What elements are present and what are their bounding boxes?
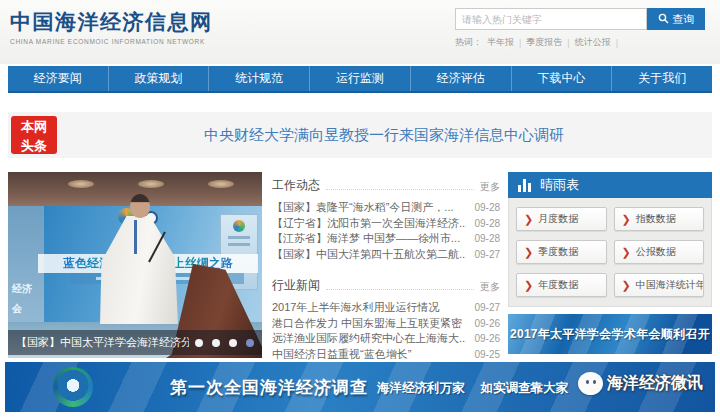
button-label: 公报数据 (636, 245, 676, 259)
news-date: 09-27 (474, 249, 500, 260)
carousel-dot-active[interactable] (246, 339, 254, 347)
button-label: 季度数据 (538, 245, 578, 259)
news-date: 09-25 (474, 349, 500, 360)
photo-speaker-head (130, 194, 150, 218)
dotted-leader (326, 189, 474, 190)
news-link[interactable]: 【国家】中国大洋第四十五航次第二航... (272, 247, 466, 262)
nav-item-economic-assessment[interactable]: 经济评估 (411, 66, 512, 91)
news-link[interactable]: 【江苏省】海洋梦 中国梦——徐州市... (272, 231, 466, 246)
news-link[interactable]: 远洋渔业国际履约研究中心在上海海大... (272, 331, 466, 346)
carousel-dot[interactable] (212, 339, 220, 347)
site-title: 中国海洋经济信息网 (10, 8, 213, 36)
hotword-link[interactable]: 半年报 (487, 36, 514, 49)
photo-light (208, 180, 234, 188)
news-row: 远洋渔业国际履约研究中心在上海海大... 09-26 (272, 331, 500, 347)
headline-link[interactable]: 中央财经大学满向昱教授一行来国家海洋信息中心调研 (68, 112, 700, 158)
news-link[interactable]: 中国经济日益重视“蓝色增长” (272, 347, 466, 362)
button-label: 中国海洋统计年鉴 (636, 278, 704, 292)
section-header: 行业新闻 更多 (272, 276, 500, 294)
button-bulletin-data[interactable]: 公报数据 (614, 240, 705, 264)
more-link[interactable]: 更多 (480, 180, 500, 194)
hotword-link[interactable]: 统计公报 (575, 36, 611, 49)
event-banner[interactable]: 2017年太平洋学会学术年会顺利召开 (508, 314, 712, 354)
news-link[interactable]: 【辽宁省】沈阳市第一次全国海洋经济... (272, 216, 466, 231)
search-input[interactable] (455, 8, 647, 30)
nav-item-economic-news[interactable]: 经济要闻 (8, 66, 109, 91)
carousel-dot[interactable] (195, 339, 203, 347)
nav-item-about-us[interactable]: 关于我们 (612, 66, 712, 91)
census-logo-icon (53, 367, 93, 407)
search-button[interactable]: 查询 (647, 8, 705, 30)
carousel-caption-link[interactable]: 【国家】中国太平洋学会海洋经济分会2017... (16, 335, 189, 350)
news-row: 【江苏省】海洋梦 中国梦——徐州市... 09-28 (272, 231, 500, 247)
hotword-link[interactable]: 季度报告 (526, 36, 562, 49)
button-label: 月度数据 (538, 212, 578, 226)
chevron-right-icon (524, 246, 533, 259)
button-monthly-data[interactable]: 月度数据 (516, 207, 607, 231)
nav-item-operation-monitoring[interactable]: 运行监测 (310, 66, 411, 91)
barometer-header: 晴雨表 (508, 172, 712, 198)
news-row: 中国经济日益重视“蓝色增长” 09-25 (272, 347, 500, 363)
dotted-leader (326, 289, 474, 290)
search-box: 查询 (455, 8, 705, 30)
news-link[interactable]: 2017年上半年海水利用业运行情况 (272, 300, 466, 315)
section-industry-news: 行业新闻 更多 2017年上半年海水利用业运行情况 09-27 港口合作发力 中… (272, 276, 500, 362)
nav-item-download-center[interactable]: 下载中心 (512, 66, 613, 91)
news-date: 09-26 (474, 318, 500, 329)
news-row: 【国家】中国大洋第四十五航次第二航... 09-27 (272, 247, 500, 263)
button-statistical-yearbook[interactable]: 中国海洋统计年鉴 (614, 273, 705, 297)
photo-text-fragment: 会 (12, 302, 22, 316)
more-link[interactable]: 更多 (480, 280, 500, 294)
divider: | (519, 38, 521, 48)
chevron-right-icon (524, 279, 533, 292)
carousel-caption-bar: 【国家】中国太平洋学会海洋经济分会2017... (8, 330, 262, 355)
census-slogan-2: 如实调查靠大家 (481, 380, 569, 397)
carousel-dot[interactable] (229, 339, 237, 347)
photo-text-fragment: 经济 (12, 282, 32, 296)
news-list: 2017年上半年海水利用业运行情况 09-27 港口合作发力 中国东盟海上互联更… (272, 300, 500, 362)
chevron-right-icon (622, 213, 631, 226)
census-banner[interactable]: 第一次全国海洋经济调查 海洋经济利万家 如实调查靠大家 海洋经济微讯 (5, 362, 715, 412)
barometer-title: 晴雨表 (540, 176, 579, 194)
button-label: 指数数据 (636, 212, 676, 226)
section-title: 行业新闻 (272, 277, 320, 294)
main-nav: 经济要闻 政策规划 统计规范 运行监测 经济评估 下载中心 关于我们 (8, 66, 712, 93)
headline-row: 本网 头条 中央财经大学满向昱教授一行来国家海洋信息中心调研 (8, 112, 712, 158)
site-logo: 中国海洋经济信息网 CHINA MARINE ECONMOIC INFORMAT… (10, 8, 213, 45)
nav-item-statistics-standards[interactable]: 统计规范 (209, 66, 310, 91)
button-label: 年度数据 (538, 278, 578, 292)
photo-light (138, 180, 164, 188)
news-date: 09-27 (474, 302, 500, 313)
news-date: 09-26 (474, 333, 500, 344)
census-title: 第一次全国海洋经济调查 (170, 376, 368, 399)
button-index-data[interactable]: 指数数据 (614, 207, 705, 231)
nav-item-policy-planning[interactable]: 政策规划 (109, 66, 210, 91)
headline-badge-top: 本网 (11, 117, 57, 136)
photo-speaker-lanyard (134, 220, 137, 254)
photo-logo-icon (233, 220, 245, 232)
hotwords-label: 热词： (455, 36, 482, 49)
wechat-watermark: 海洋经济微讯 (578, 372, 703, 395)
button-annual-data[interactable]: 年度数据 (516, 273, 607, 297)
news-date: 09-28 (474, 202, 500, 213)
chevron-right-icon (524, 213, 533, 226)
section-work-dynamics: 工作动态 更多 【国家】袁隆平“海水稻”今日测产，... 09-28 【辽宁省】… (272, 176, 500, 262)
news-row: 【辽宁省】沈阳市第一次全国海洋经济... 09-28 (272, 216, 500, 232)
census-slogans: 海洋经济利万家 如实调查靠大家 (377, 380, 568, 397)
divider: | (616, 38, 618, 48)
button-quarterly-data[interactable]: 季度数据 (516, 240, 607, 264)
news-carousel[interactable]: 经济 会 蓝色经济与21世纪海上丝绸之路 【国家】中国太平洋学会海洋经济分会20… (8, 172, 262, 358)
site-subtitle: CHINA MARINE ECONMOIC INFORMATION NETWOR… (10, 38, 213, 45)
news-date: 09-28 (474, 233, 500, 244)
search-icon (658, 13, 669, 26)
news-link[interactable]: 港口合作发力 中国东盟海上互联更紧密 (272, 316, 466, 331)
chevron-right-icon (622, 279, 631, 292)
hotwords-bar: 热词： 半年报| 季度报告| 统计公报| (455, 36, 623, 49)
news-row: 【国家】袁隆平“海水稻”今日测产，... 09-28 (272, 200, 500, 216)
chevron-right-icon (622, 246, 631, 259)
census-slogan-1: 海洋经济利万家 (377, 380, 465, 397)
search-button-label: 查询 (673, 12, 695, 27)
headline-badge: 本网 头条 (11, 116, 57, 154)
site-header: 中国海洋经济信息网 CHINA MARINE ECONMOIC INFORMAT… (0, 0, 720, 64)
news-link[interactable]: 【国家】袁隆平“海水稻”今日测产，... (272, 200, 466, 215)
